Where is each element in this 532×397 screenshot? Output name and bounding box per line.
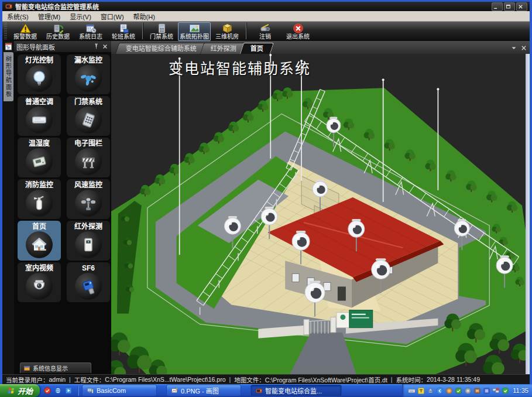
quick-launch-red-icon[interactable] — [43, 386, 52, 395]
quick-launch-media-icon[interactable] — [64, 386, 73, 395]
tab-close-icon[interactable] — [520, 44, 528, 52]
security-shield-tray-icon[interactable] — [502, 387, 509, 395]
toolbar-shift-system[interactable]: 轮班系统 — [107, 22, 140, 41]
system-info-icon — [23, 365, 30, 372]
tray-app-green-icon[interactable] — [455, 387, 462, 395]
toolbar-logout[interactable]: 注销 — [249, 22, 282, 41]
tray-app-gray-icon[interactable] — [464, 387, 472, 395]
nav-item-electric-fence[interactable]: 电子围栏 — [67, 138, 110, 177]
toolbar-history-data[interactable]: 历史数据 — [42, 22, 74, 41]
menu-display[interactable]: 显示(V) — [65, 11, 96, 22]
nav-item-home[interactable]: 首页 — [18, 221, 61, 261]
taskbar-divider — [78, 385, 79, 396]
close-button[interactable] — [516, 2, 527, 11]
tray-app-brown-icon[interactable] — [473, 387, 481, 395]
air-conditioner-icon — [30, 111, 48, 129]
nav-item-light-control[interactable]: 灯光控制 — [18, 54, 61, 94]
system-info-tab[interactable]: 系统信息显示 — [20, 362, 91, 373]
tab-substation-aux-system[interactable]: 变电站智能综合辅助系统 — [115, 43, 207, 54]
eject-tray-icon[interactable] — [427, 387, 434, 395]
ime-tray-icon[interactable] — [417, 387, 425, 395]
scene-title: 变电站智能辅助系统 — [169, 57, 311, 78]
status-map-value: C:\Program Files\XnSoftWare\Project\首页.d… — [265, 375, 387, 384]
nav-panel-title: 图形导航面板 — [16, 42, 91, 52]
toolbar-exit-system[interactable]: 退出系统 — [282, 22, 314, 41]
toolbar: 报警数据 历史数据 系统日志 轮班系统 门禁系统 系统拓扑图 三维机房 — [2, 22, 530, 41]
temp-humidity-icon — [30, 153, 48, 170]
history-icon — [53, 23, 64, 34]
topology-icon — [189, 23, 200, 34]
nav-item-water-leak[interactable]: 漏水监控 — [67, 54, 110, 94]
exit-system-icon — [293, 23, 304, 34]
maximize-button[interactable] — [504, 2, 515, 11]
status-user-value: admin — [49, 376, 66, 383]
tray-app-orange-icon[interactable] — [445, 387, 453, 395]
right-scrollbar-gutter[interactable] — [526, 54, 530, 374]
app-window-icon — [255, 387, 263, 395]
task-paint[interactable]: 0.PNG - 画图 — [166, 385, 241, 396]
alarm-icon — [20, 23, 31, 34]
substation-3d-view[interactable]: 变电站智能辅助系统 — [111, 54, 526, 374]
toolbar-access-system[interactable]: 门禁系统 — [145, 22, 178, 41]
tree-nav-panel-tab[interactable]: 树形导航面板 — [4, 52, 13, 101]
tab-list-chevron-icon[interactable] — [510, 44, 518, 52]
keypad-icon — [80, 111, 97, 129]
menu-manage[interactable]: 管理(M) — [33, 11, 66, 22]
toolbar-separator — [142, 23, 143, 39]
task-substation-app[interactable]: 智能变电站综合监... — [250, 385, 342, 396]
keyboard-tray-icon[interactable] — [408, 387, 416, 395]
nav-panel-header: 图形导航面板 — [14, 41, 111, 52]
maximize-icon — [505, 4, 512, 10]
nav-grid: 灯光控制 漏水监控 普通空调 门禁系统 温湿度 — [14, 52, 111, 361]
task-basiccom[interactable]: BasicCom — [82, 385, 157, 396]
tray-app-blue-icon[interactable] — [483, 387, 490, 395]
windows-taskbar: 开始 BasicCom 0.PNG - 画图 智能变电站综合监... 11:35 — [0, 384, 532, 397]
fire-extinguisher-icon — [30, 194, 48, 212]
close-icon — [517, 4, 524, 10]
toolbar-topology[interactable]: 系统拓扑图 — [178, 22, 211, 41]
workspace: 树形导航面板 图形导航面板 灯光控制 漏水监控 普通空调 — [2, 41, 530, 374]
toolbar-alarm-data[interactable]: 报警数据 — [9, 22, 42, 41]
electric-fence-icon — [80, 153, 97, 170]
start-button[interactable]: 开始 — [0, 384, 40, 397]
substation-3d-render — [111, 54, 526, 374]
quick-launch-ie-icon[interactable] — [54, 386, 62, 395]
nav-item-temp-humidity[interactable]: 温湿度 — [18, 138, 61, 177]
status-user-label: 当前登录用户： — [6, 375, 49, 384]
minimize-icon — [493, 4, 499, 10]
menu-help[interactable]: 帮助(H) — [129, 11, 160, 22]
toolbar-system-log[interactable]: 系统日志 — [74, 22, 107, 41]
quick-launch — [42, 386, 74, 395]
network-error-tray-icon[interactable] — [492, 387, 500, 395]
show-hidden-icons-chevron[interactable] — [436, 387, 444, 395]
status-time-label: 系统时间： — [396, 375, 427, 384]
dome-camera-icon — [30, 278, 48, 295]
nav-item-access-control[interactable]: 门禁系统 — [67, 96, 110, 136]
nav-item-wind-speed[interactable]: 风速监控 — [67, 179, 110, 219]
status-project-label: 工程文件： — [74, 375, 105, 384]
system-tray: 11:35 — [402, 384, 532, 397]
minimize-button[interactable] — [492, 2, 503, 11]
menu-system[interactable]: 系统(S) — [2, 11, 33, 22]
infrared-detector-icon — [80, 236, 97, 254]
shift-system-icon — [118, 23, 129, 34]
tab-home[interactable]: 首页 — [240, 43, 274, 54]
nav-item-air-conditioner[interactable]: 普通空调 — [18, 96, 61, 136]
nav-item-indoor-video[interactable]: 室内视频 — [18, 262, 61, 302]
panel-close-icon[interactable] — [101, 43, 109, 50]
status-map-label: 地图文件： — [234, 375, 265, 384]
app-window: 智能变电站综合监控管理系统 系统(S) 管理(M) 显示(V) 窗口(W) 帮助… — [0, 0, 532, 384]
left-dock-strip: 树形导航面板 — [2, 41, 14, 374]
light-bulb-icon — [30, 70, 48, 87]
status-project-value: C:\Program Files\XnS...tWare\Project\16.… — [105, 376, 225, 383]
windows-flag-icon — [7, 386, 16, 395]
toolbar-3d-room[interactable]: 三维机房 — [211, 22, 243, 41]
menu-window[interactable]: 窗口(W) — [96, 11, 129, 22]
nav-item-sf6[interactable]: SF6 — [67, 262, 110, 302]
computer-icon — [87, 387, 94, 395]
nav-item-infrared[interactable]: 红外探测 — [67, 221, 110, 261]
nav-item-fire-monitor[interactable]: 消防监控 — [18, 179, 61, 219]
logout-icon — [260, 23, 271, 34]
paint-icon — [171, 387, 179, 395]
pin-icon[interactable] — [92, 43, 100, 50]
